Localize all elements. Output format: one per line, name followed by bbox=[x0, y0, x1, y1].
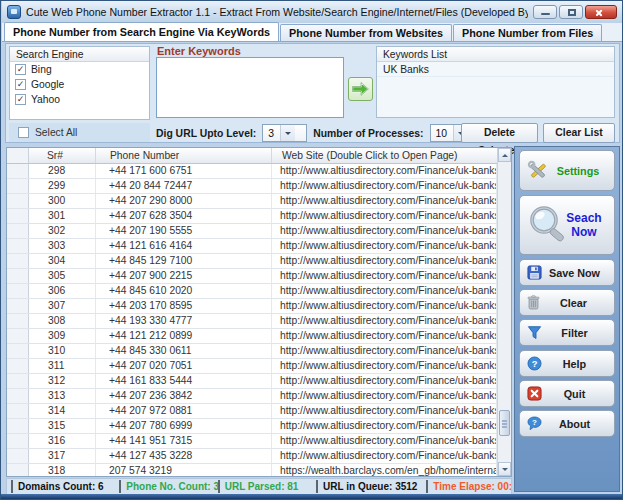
dropdown-arrow-icon[interactable] bbox=[280, 125, 295, 141]
dig-url-select[interactable]: 3 bbox=[262, 124, 307, 142]
row-selector-cell[interactable] bbox=[7, 344, 29, 358]
row-selector-cell[interactable] bbox=[7, 284, 29, 298]
tab-websites[interactable]: Phone Number from Websites bbox=[280, 24, 452, 41]
keywords-list-header[interactable]: Keywords List bbox=[377, 47, 614, 62]
close-button[interactable] bbox=[585, 5, 617, 19]
url-cell[interactable]: http://www.altiusdirectory.com/Finance/u… bbox=[272, 194, 497, 208]
row-selector-cell[interactable] bbox=[7, 359, 29, 373]
url-cell[interactable]: http://www.altiusdirectory.com/Finance/u… bbox=[272, 254, 497, 268]
scroll-down-button[interactable] bbox=[498, 462, 511, 476]
table-row[interactable]: 306 +44 845 610 2020 http://www.altiusdi… bbox=[7, 284, 497, 299]
search-now-button[interactable]: Seach Now bbox=[519, 195, 615, 255]
tab-search-engine[interactable]: Phone Number from Search Engine Via KeyW… bbox=[4, 22, 279, 41]
url-cell[interactable]: http://www.altiusdirectory.com/Finance/u… bbox=[272, 239, 497, 253]
column-header-phone[interactable]: Phone Number bbox=[96, 148, 272, 163]
minimize-button[interactable] bbox=[533, 5, 557, 19]
table-row[interactable]: 309 +44 121 212 0899 http://www.altiusdi… bbox=[7, 329, 497, 344]
url-cell[interactable]: http://www.altiusdirectory.com/Finance/u… bbox=[272, 434, 497, 448]
table-row[interactable]: 317 +44 127 435 3228 http://www.altiusdi… bbox=[7, 449, 497, 464]
row-selector-cell[interactable] bbox=[7, 194, 29, 208]
row-selector-cell[interactable] bbox=[7, 314, 29, 328]
row-selector-cell[interactable] bbox=[7, 374, 29, 388]
quit-button[interactable]: Quit bbox=[519, 380, 615, 407]
help-button[interactable]: ? Help bbox=[519, 350, 615, 377]
url-cell[interactable]: http://www.altiusdirectory.com/Finance/u… bbox=[272, 359, 497, 373]
url-cell[interactable]: http://www.altiusdirectory.com/Finance/u… bbox=[272, 299, 497, 313]
keyword-item[interactable]: UK Banks bbox=[377, 62, 614, 77]
column-header-sr[interactable]: Sr# bbox=[29, 148, 96, 163]
table-row[interactable]: 303 +44 121 616 4164 http://www.altiusdi… bbox=[7, 239, 497, 254]
about-button[interactable]: ? About bbox=[519, 410, 615, 437]
table-row[interactable]: 313 +44 207 236 3842 http://www.altiusdi… bbox=[7, 389, 497, 404]
tab-files[interactable]: Phone Number from Files bbox=[453, 24, 602, 41]
save-now-button[interactable]: Save Now bbox=[519, 259, 615, 286]
row-selector-cell[interactable] bbox=[7, 464, 29, 476]
clear-list-button[interactable]: Clear List bbox=[543, 123, 615, 143]
url-cell[interactable]: http://www.altiusdirectory.com/Finance/u… bbox=[272, 419, 497, 433]
row-selector-cell[interactable] bbox=[7, 299, 29, 313]
checkbox-checked-icon[interactable] bbox=[15, 64, 26, 75]
select-all-row[interactable]: Select All bbox=[9, 123, 150, 142]
table-row[interactable]: 314 +44 207 972 0881 http://www.altiusdi… bbox=[7, 404, 497, 419]
url-cell[interactable]: https://wealth.barclays.com/en_gb/home/i… bbox=[272, 464, 497, 476]
vertical-scrollbar[interactable] bbox=[497, 148, 511, 476]
url-cell[interactable]: http://www.altiusdirectory.com/Finance/u… bbox=[272, 314, 497, 328]
row-selector-cell[interactable] bbox=[7, 254, 29, 268]
table-row[interactable]: 299 +44 20 844 72447 http://www.altiusdi… bbox=[7, 179, 497, 194]
add-keyword-button[interactable] bbox=[348, 77, 373, 101]
table-row[interactable]: 312 +44 161 833 5444 http://www.altiusdi… bbox=[7, 374, 497, 389]
url-cell[interactable]: http://www.altiusdirectory.com/Finance/u… bbox=[272, 374, 497, 388]
search-engine-header[interactable]: Search Engine bbox=[10, 47, 149, 62]
row-selector-cell[interactable] bbox=[7, 419, 29, 433]
url-cell[interactable]: http://www.altiusdirectory.com/Finance/u… bbox=[272, 284, 497, 298]
search-engine-item[interactable]: Bing bbox=[10, 62, 149, 77]
maximize-button[interactable] bbox=[559, 5, 583, 19]
checkbox-checked-icon[interactable] bbox=[15, 79, 26, 90]
table-row[interactable]: 318 207 574 3219 https://wealth.barclays… bbox=[7, 464, 497, 476]
url-cell[interactable]: http://www.altiusdirectory.com/Finance/u… bbox=[272, 209, 497, 223]
table-row[interactable]: 302 +44 207 190 5555 http://www.altiusdi… bbox=[7, 224, 497, 239]
clear-button[interactable]: Clear bbox=[519, 289, 615, 316]
url-cell[interactable]: http://www.altiusdirectory.com/Finance/u… bbox=[272, 404, 497, 418]
search-engine-item[interactable]: Google bbox=[10, 77, 149, 92]
filter-button[interactable]: Filter bbox=[519, 319, 615, 346]
column-header-website[interactable]: Web Site (Double Click to Open Page) bbox=[272, 148, 511, 163]
row-selector-cell[interactable] bbox=[7, 239, 29, 253]
delete-selected-button[interactable]: Delete Selected bbox=[461, 123, 538, 143]
settings-button[interactable]: Settings bbox=[519, 150, 615, 191]
url-cell[interactable]: http://www.altiusdirectory.com/Finance/u… bbox=[272, 389, 497, 403]
url-cell[interactable]: http://www.altiusdirectory.com/Finance/u… bbox=[272, 179, 497, 193]
row-selector-cell[interactable] bbox=[7, 329, 29, 343]
checkbox-unchecked-icon[interactable] bbox=[18, 127, 29, 138]
row-selector-cell[interactable] bbox=[7, 389, 29, 403]
row-selector-cell[interactable] bbox=[7, 434, 29, 448]
row-selector-cell[interactable] bbox=[7, 164, 29, 178]
table-row[interactable]: 298 +44 171 600 6751 http://www.altiusdi… bbox=[7, 164, 497, 179]
search-engine-item[interactable]: Yahoo bbox=[10, 92, 149, 107]
table-row[interactable]: 308 +44 193 330 4777 http://www.altiusdi… bbox=[7, 314, 497, 329]
row-selector-cell[interactable] bbox=[7, 269, 29, 283]
table-row[interactable]: 310 +44 845 330 0611 http://www.altiusdi… bbox=[7, 344, 497, 359]
row-selector-cell[interactable] bbox=[7, 224, 29, 238]
row-selector-cell[interactable] bbox=[7, 449, 29, 463]
table-row[interactable]: 307 +44 203 170 8595 http://www.altiusdi… bbox=[7, 299, 497, 314]
url-cell[interactable]: http://www.altiusdirectory.com/Finance/u… bbox=[272, 329, 497, 343]
table-row[interactable]: 300 +44 207 290 8000 http://www.altiusdi… bbox=[7, 194, 497, 209]
keywords-input[interactable] bbox=[156, 57, 344, 118]
table-row[interactable]: 315 +44 207 780 6999 http://www.altiusdi… bbox=[7, 419, 497, 434]
row-selector-cell[interactable] bbox=[7, 179, 29, 193]
table-row[interactable]: 301 +44 207 628 3504 http://www.altiusdi… bbox=[7, 209, 497, 224]
url-cell[interactable]: http://www.altiusdirectory.com/Finance/u… bbox=[272, 164, 497, 178]
scroll-up-button[interactable] bbox=[498, 148, 511, 162]
checkbox-checked-icon[interactable] bbox=[15, 94, 26, 105]
table-row[interactable]: 311 +44 207 020 7051 http://www.altiusdi… bbox=[7, 359, 497, 374]
url-cell[interactable]: http://www.altiusdirectory.com/Finance/u… bbox=[272, 224, 497, 238]
url-cell[interactable]: http://www.altiusdirectory.com/Finance/u… bbox=[272, 344, 497, 358]
table-row[interactable]: 316 +44 141 951 7315 http://www.altiusdi… bbox=[7, 434, 497, 449]
url-cell[interactable]: http://www.altiusdirectory.com/Finance/u… bbox=[272, 269, 497, 283]
row-selector-cell[interactable] bbox=[7, 209, 29, 223]
url-cell[interactable]: http://www.altiusdirectory.com/Finance/u… bbox=[272, 449, 497, 463]
table-row[interactable]: 305 +44 207 900 2215 http://www.altiusdi… bbox=[7, 269, 497, 284]
table-row[interactable]: 304 +44 845 129 7100 http://www.altiusdi… bbox=[7, 254, 497, 269]
row-selector-cell[interactable] bbox=[7, 404, 29, 418]
